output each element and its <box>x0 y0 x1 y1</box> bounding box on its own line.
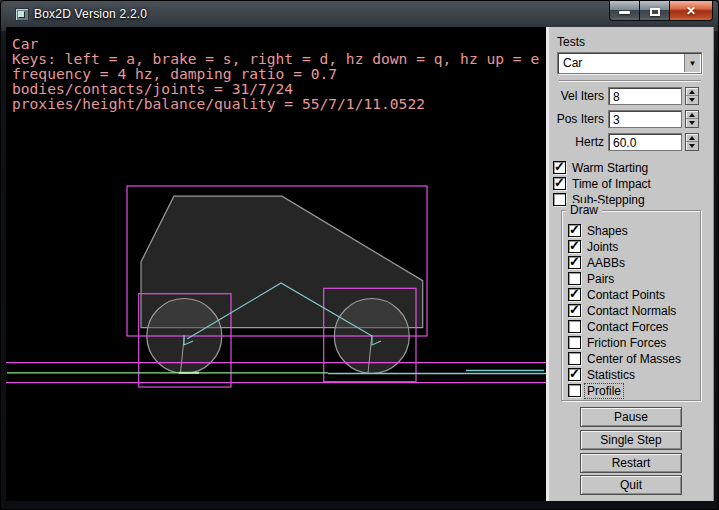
check-icon: ✓ <box>569 222 580 237</box>
close-icon: ✕ <box>686 4 696 18</box>
pos-iters-up-button[interactable] <box>686 111 698 119</box>
minimize-button[interactable] <box>609 1 639 21</box>
checkbox-box: ✓ <box>568 336 581 349</box>
checkbox-box: ✓ <box>568 368 581 381</box>
checkbox-box: ✓ <box>568 288 581 301</box>
arrow-up-icon <box>689 113 695 117</box>
caption-buttons: ✕ <box>609 1 713 21</box>
app-icon <box>15 8 29 21</box>
vel-iters-down-button[interactable] <box>686 96 698 104</box>
minimize-icon <box>619 11 630 14</box>
checkbox-label: Friction Forces <box>587 336 666 350</box>
quit-button[interactable]: Quit <box>580 475 682 495</box>
check-icon: ✓ <box>569 286 580 301</box>
close-button[interactable]: ✕ <box>669 1 713 21</box>
tests-dropdown-value: Car <box>563 56 582 70</box>
hertz-stepper <box>685 133 699 151</box>
check-icon: ✓ <box>569 254 580 269</box>
vel-iters-up-button[interactable] <box>686 88 698 96</box>
control-panel: Tests Car ▼ Vel Iters 8 Pos Iters 3 Hert… <box>546 27 714 501</box>
checkbox-box: ✓ <box>568 240 581 253</box>
vel-iters-stepper <box>685 87 699 105</box>
window-title: Box2D Version 2.2.0 <box>34 7 147 21</box>
checkbox-label: Shapes <box>587 224 628 238</box>
checkbox-label: Warm Starting <box>572 161 648 175</box>
app-window: Box2D Version 2.2.0 ✕ CarKeys: left = a,… <box>0 0 719 510</box>
simulation-canvas[interactable]: CarKeys: left = a, brake = s, right = d,… <box>6 27 546 501</box>
checkbox-label: AABBs <box>587 256 625 270</box>
check-icon: ✓ <box>554 175 565 190</box>
checkbox-box: ✓ <box>553 193 566 206</box>
checkbox-label: Joints <box>587 240 618 254</box>
checkbox-label: Contact Points <box>587 288 665 302</box>
hertz-up-button[interactable] <box>686 134 698 142</box>
vel-iters-label: Vel Iters <box>546 89 604 103</box>
checkbox-box: ✓ <box>568 256 581 269</box>
check-icon: ✓ <box>569 366 580 381</box>
arrow-down-icon <box>689 98 695 102</box>
check-icon: ✓ <box>569 302 580 317</box>
pause-button[interactable]: Pause <box>580 407 682 427</box>
checkbox-label: Profile <box>585 384 623 398</box>
checkbox-box: ✓ <box>568 384 581 397</box>
tests-dropdown[interactable]: Car ▼ <box>557 52 702 74</box>
checkbox-label: Time of Impact <box>572 177 651 191</box>
vel-iters-row: Vel Iters 8 <box>546 87 714 105</box>
arrow-down-icon <box>689 144 695 148</box>
maximize-button[interactable] <box>639 1 669 21</box>
check-icon: ✓ <box>569 238 580 253</box>
pos-iters-input[interactable]: 3 <box>608 110 682 128</box>
separator <box>559 80 701 82</box>
titlebar[interactable]: Box2D Version 2.2.0 ✕ <box>1 1 718 27</box>
restart-button[interactable]: Restart <box>580 453 682 473</box>
pos-iters-label: Pos Iters <box>546 112 604 126</box>
checkbox-box: ✓ <box>568 272 581 285</box>
checkbox-label: Statistics <box>587 368 635 382</box>
checkbox-box: ✓ <box>553 177 566 190</box>
pos-iters-row: Pos Iters 3 <box>546 110 714 128</box>
checkbox-label: Center of Masses <box>587 352 681 366</box>
maximize-icon <box>650 8 660 16</box>
arrow-up-icon <box>689 90 695 94</box>
physics-scene <box>6 27 546 501</box>
checkbox-label: Contact Normals <box>587 304 676 318</box>
pos-iters-down-button[interactable] <box>686 119 698 127</box>
hertz-down-button[interactable] <box>686 142 698 150</box>
hertz-row: Hertz 60.0 <box>546 133 714 151</box>
checkbox-label: Contact Forces <box>587 320 668 334</box>
checkbox-box: ✓ <box>553 161 566 174</box>
single-step-button[interactable]: Single Step <box>580 430 682 450</box>
draw-group: Draw ✓ Shapes ✓ Joints ✓ AABBs ✓ Pairs ✓… <box>561 210 701 401</box>
checkbox-box: ✓ <box>568 304 581 317</box>
hertz-input[interactable]: 60.0 <box>608 133 682 151</box>
chevron-down-icon: ▼ <box>689 59 697 68</box>
check-icon: ✓ <box>554 159 565 174</box>
checkbox-label: Pairs <box>587 272 614 286</box>
draw-group-legend: Draw <box>566 203 602 217</box>
tests-label: Tests <box>557 35 585 49</box>
arrow-down-icon <box>689 121 695 125</box>
arrow-up-icon <box>689 136 695 140</box>
checkbox-box: ✓ <box>568 320 581 333</box>
pos-iters-stepper <box>685 110 699 128</box>
vel-iters-input[interactable]: 8 <box>608 87 682 105</box>
hertz-label: Hertz <box>546 135 604 149</box>
checkbox-box: ✓ <box>568 224 581 237</box>
checkbox-box: ✓ <box>568 352 581 365</box>
tests-dropdown-button[interactable]: ▼ <box>684 54 700 72</box>
